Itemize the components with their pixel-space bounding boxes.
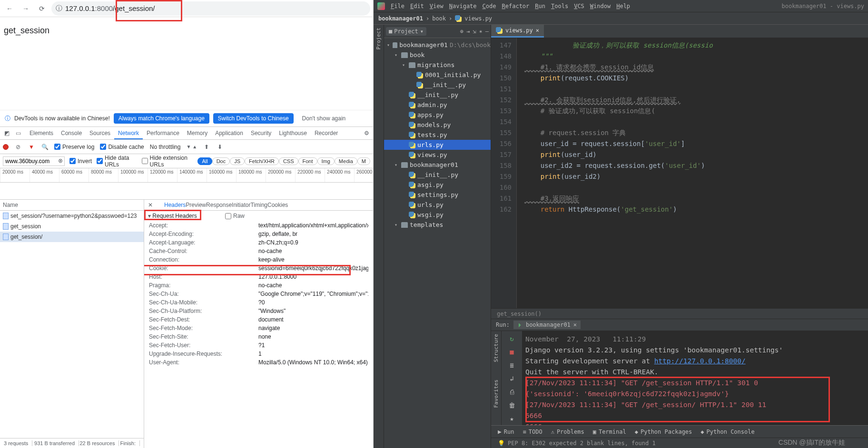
run-left-strip[interactable]: Structure Favorites [491, 331, 502, 425]
locate-icon[interactable]: ⊕ [460, 28, 464, 35]
todo-tool-button[interactable]: ≡ TODO [523, 429, 542, 435]
menu-refactor[interactable]: Refactor [499, 2, 533, 10]
devtools-tab-memory[interactable]: Memory [183, 128, 211, 138]
tree-node[interactable]: ▾migrations [384, 60, 491, 70]
filter-input[interactable] [3, 156, 65, 166]
left-tool-strip[interactable]: Project [374, 25, 384, 448]
menu-code[interactable]: Code [480, 2, 499, 10]
waterfall-area[interactable] [0, 183, 373, 200]
clear-filter-icon[interactable]: ⊗ [58, 157, 63, 164]
python-packages-button[interactable]: ◆ Python Packages [635, 429, 692, 435]
waterfall-ruler[interactable]: 20000 ms40000 ms60000 ms80000 ms100000 m… [0, 168, 373, 183]
expand-icon[interactable]: ⇲ [473, 28, 476, 35]
detail-tab-timing[interactable]: Timing [250, 202, 267, 208]
editor-tab-views[interactable]: views.py × [491, 25, 544, 38]
menu-file[interactable]: File [388, 2, 407, 10]
devtools-tab-console[interactable]: Console [57, 128, 86, 138]
request-headers-section[interactable]: Request Headers [152, 213, 197, 219]
record-button[interactable] [3, 144, 9, 150]
tree-node[interactable]: __init__.py [384, 80, 491, 90]
tree-node[interactable]: settings.py [384, 190, 491, 200]
clear-button[interactable]: ⊘ [14, 143, 22, 151]
hide-ext-urls-checkbox[interactable]: Hide extension URLs [142, 155, 193, 168]
devtools-tab-network[interactable]: Network [114, 128, 143, 139]
devtools-tab-application[interactable]: Application [211, 128, 247, 138]
server-url-link[interactable]: http://127.0.0.1:8000/ [654, 357, 746, 365]
detail-tab-headers[interactable]: Headers [164, 202, 186, 211]
url-input[interactable]: ⓘ 127.0.0.1:8000/get_session/ [51, 1, 370, 16]
filter-type-js[interactable]: JS [230, 157, 245, 165]
devtools-tab-security[interactable]: Security [247, 128, 275, 138]
tree-node[interactable]: urls.py [384, 140, 491, 150]
close-run-tab-icon[interactable]: × [573, 321, 577, 328]
filter-type-img[interactable]: Img [317, 157, 335, 165]
tree-node[interactable]: ▾book [384, 50, 491, 60]
request-row[interactable]: get_session [0, 221, 144, 232]
request-row[interactable]: get_session/ [0, 232, 144, 242]
forward-button[interactable]: → [19, 2, 32, 15]
menu-help[interactable]: Help [613, 2, 633, 10]
python-console-button[interactable]: ◆ Python Console [700, 429, 754, 435]
tree-node[interactable]: wsgi.py [384, 210, 491, 220]
filter-type-font[interactable]: Font [298, 157, 317, 165]
inspect-icon[interactable]: ◩ [3, 129, 10, 137]
tree-node[interactable]: ▾bookmanager01 D:\dcs\book [384, 40, 491, 50]
run-tool-button[interactable]: ▶Run [498, 428, 514, 435]
devtools-tab-elements[interactable]: Elements [26, 128, 57, 138]
dont-show-button[interactable]: Don't show again [297, 113, 351, 124]
invert-checkbox[interactable]: Invert [69, 158, 92, 165]
hide-data-urls-checkbox[interactable]: Hide data URLs [97, 155, 137, 168]
tree-node[interactable]: __init__.py [384, 90, 491, 100]
name-column-header[interactable]: Name [0, 200, 144, 211]
collapse-icon[interactable]: ⇥ [466, 28, 470, 35]
tree-node[interactable]: ▾bookmanager01 [384, 160, 491, 170]
filter-type-doc[interactable]: Doc [212, 157, 230, 165]
soft-wrap-icon[interactable]: ↲ [507, 374, 517, 383]
switch-chinese-button[interactable]: Switch DevTools to Chinese [213, 113, 294, 124]
menu-edit[interactable]: Edit [407, 2, 427, 10]
match-language-button[interactable]: Always match Chrome's language [114, 113, 209, 124]
favorite-icon[interactable]: ★ [507, 414, 517, 423]
tree-node[interactable]: apps.py [384, 110, 491, 120]
filter-icon[interactable]: ▼ [28, 143, 35, 151]
hide-icon[interactable]: — [485, 28, 489, 35]
devtools-more-icon[interactable]: ⚙ [363, 129, 370, 137]
close-detail-icon[interactable]: ✕ [148, 202, 153, 208]
tree-node[interactable]: tests.py [384, 130, 491, 140]
devtools-tab-recorder[interactable]: Recorder [311, 128, 342, 138]
devtools-tab-sources[interactable]: Sources [86, 128, 114, 138]
menu-view[interactable]: View [427, 2, 446, 10]
close-tab-icon[interactable]: × [536, 27, 539, 34]
reload-button[interactable]: ⟳ [35, 2, 49, 15]
filter-type-media[interactable]: Media [335, 157, 357, 165]
detail-tab-initiator[interactable]: Initiator [232, 202, 250, 208]
project-tool-label[interactable]: Project [375, 28, 382, 49]
settings-icon[interactable]: ✶ [479, 28, 483, 35]
preserve-log-checkbox[interactable]: Preserve log [54, 144, 94, 150]
raw-checkbox[interactable]: Raw [225, 213, 245, 219]
filter-type-fetchxhr[interactable]: Fetch/XHR [245, 157, 279, 165]
detail-tab-cookies[interactable]: Cookies [267, 202, 288, 208]
editor-breadcrumb[interactable]: get_session() [491, 308, 868, 319]
detail-tab-response[interactable]: Response [206, 202, 232, 208]
project-tree[interactable]: ▾bookmanager01 D:\dcs\book▾book▾migratio… [384, 38, 491, 448]
tree-node[interactable]: views.py [384, 150, 491, 160]
stop-icon[interactable]: ■ [507, 347, 517, 357]
detail-tab-preview[interactable]: Preview [186, 202, 206, 208]
search-icon[interactable]: 🔍 [41, 143, 49, 151]
device-icon[interactable]: ▭ [14, 129, 22, 137]
filter-type-m[interactable]: M [357, 157, 370, 165]
menu-window[interactable]: Window [587, 2, 613, 10]
tree-node[interactable]: asgi.py [384, 180, 491, 190]
ide-breadcrumb[interactable]: bookmanager01 › book › views.py [374, 12, 868, 25]
devtools-tab-performance[interactable]: Performance [143, 128, 183, 138]
problems-tool-button[interactable]: ⚠ Problems [551, 429, 584, 435]
rerun-icon[interactable]: ↻ [507, 334, 517, 343]
editor-gutter[interactable]: 1471481491501511521531541551561571581591… [491, 38, 517, 308]
menu-tools[interactable]: Tools [548, 2, 571, 10]
tree-node[interactable]: __init__.py [384, 170, 491, 180]
upload-icon[interactable]: ⬆ [203, 143, 210, 151]
menu-run[interactable]: Run [532, 2, 548, 10]
menu-vcs[interactable]: VCS [571, 2, 587, 10]
tree-node[interactable]: models.py [384, 120, 491, 130]
